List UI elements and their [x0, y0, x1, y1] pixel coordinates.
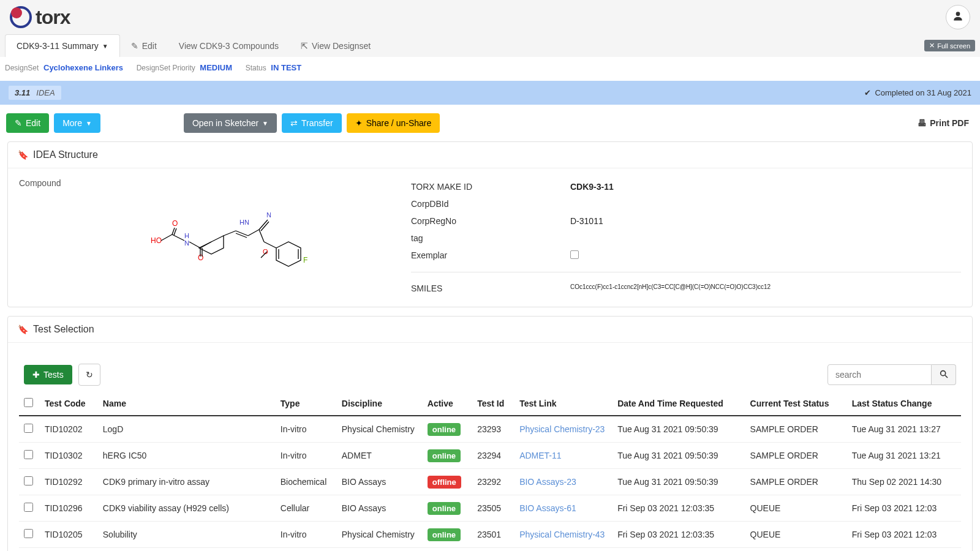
svg-text:O: O [198, 253, 203, 262]
test-link[interactable]: ADMET-11 [519, 451, 561, 460]
search-icon [939, 369, 949, 381]
logo-icon [10, 6, 32, 28]
refresh-button[interactable]: ↻ [78, 364, 100, 386]
smiles-value: COc1ccc(F)cc1-c1ccnc2[nH]c(C3=CC[C@H](C(… [570, 283, 771, 293]
tag-label: tag [411, 233, 570, 243]
transfer-icon: ⇄ [290, 118, 298, 128]
cell-test-code: TID10205 [40, 522, 98, 548]
user-icon [952, 10, 964, 25]
svg-text:HN: HN [239, 219, 249, 226]
cell-type: In-vitro [276, 522, 337, 548]
cell-status: QUEUE [745, 495, 847, 522]
cell-test-code: TID10302 [40, 443, 98, 469]
more-button[interactable]: More ▼ [54, 113, 100, 133]
tab-summary[interactable]: CDK9-3-11 Summary ▼ [5, 34, 120, 57]
pencil-icon: ✎ [15, 118, 22, 128]
row-checkbox[interactable] [24, 424, 33, 433]
svg-text:N: N [266, 211, 271, 219]
svg-text:O: O [263, 248, 268, 255]
test-link[interactable]: Physical Chemistry-23 [519, 424, 605, 434]
user-avatar[interactable] [946, 5, 970, 29]
exemplar-label: Exemplar [411, 250, 570, 261]
svg-text:N: N [184, 239, 189, 247]
torx-make-id-label: TORX MAKE ID [411, 182, 570, 192]
svg-text:H: H [184, 232, 189, 239]
tab-view-compounds[interactable]: View CDK9-3 Compounds [168, 35, 290, 57]
cell-type: Biochemical [276, 469, 337, 495]
col-name[interactable]: Name [98, 392, 276, 416]
edit-button[interactable]: ✎ Edit [6, 113, 49, 133]
svg-line-6 [172, 234, 184, 241]
add-tests-button[interactable]: ✚ Tests [24, 365, 72, 384]
row-checkbox[interactable] [24, 476, 33, 485]
corpregno-value: D-31011 [570, 216, 603, 226]
divider [411, 272, 961, 272]
cell-status: SAMPLE ORDER [745, 469, 847, 495]
cell-name: CDK9 primary in-vitro assay [98, 469, 276, 495]
svg-point-0 [956, 12, 960, 16]
col-status[interactable]: Current Test Status [745, 392, 847, 416]
select-all-checkbox[interactable] [24, 398, 33, 407]
status-label: Status [246, 64, 266, 72]
test-link[interactable]: BIO Assays-23 [519, 477, 576, 487]
idea-label: IDEA [36, 88, 55, 97]
expand-icon: ✕ [929, 42, 935, 50]
cell-requested: Tue Aug 31 2021 09:50:39 [612, 416, 745, 443]
row-checkbox[interactable] [24, 450, 33, 459]
col-discipline[interactable]: Discipline [337, 392, 423, 416]
svg-line-17 [236, 233, 247, 238]
col-testid[interactable]: Test Id [472, 392, 514, 416]
designset-link[interactable]: Cyclohexene Linkers [43, 63, 123, 72]
col-lastchange[interactable]: Last Status Change [847, 392, 961, 416]
completed-status: ✔ Completed on 31 Aug 2021 [864, 88, 971, 97]
bookmark-icon: 🔖 [18, 324, 28, 334]
col-type[interactable]: Type [276, 392, 337, 416]
col-active[interactable]: Active [423, 392, 472, 416]
idea-chip[interactable]: 3.11 IDEA [9, 86, 61, 100]
app-logo[interactable]: torx [10, 6, 70, 29]
tab-view-designset[interactable]: ⇱ View Designset [290, 35, 382, 57]
tests-table: Test Code Name Type Discipline Active Te… [19, 392, 961, 548]
test-link[interactable]: Physical Chemistry-43 [519, 530, 605, 539]
molecule-structure: HO O H N O [141, 206, 325, 292]
cell-requested: Tue Aug 31 2021 09:50:39 [612, 443, 745, 469]
search-button[interactable] [932, 364, 956, 385]
svg-marker-25 [276, 242, 301, 266]
bookmark-icon: 🔖 [18, 150, 28, 160]
exemplar-checkbox[interactable] [570, 250, 579, 259]
row-checkbox[interactable] [24, 529, 33, 538]
cell-name: hERG IC50 [98, 443, 276, 469]
print-pdf-button[interactable]: 🖶 Print PDF [918, 118, 974, 128]
cell-lastchange: Tue Aug 31 2021 13:27 [847, 416, 961, 443]
svg-line-2 [161, 234, 172, 241]
tab-edit[interactable]: ✎ Edit [120, 35, 168, 57]
share-button[interactable]: ✦ Share / un-Share [347, 113, 440, 133]
print-icon: 🖶 [918, 118, 926, 128]
cell-discipline: Physical Chemistry [337, 522, 423, 548]
cell-type: In-vitro [276, 443, 337, 469]
svg-line-15 [224, 231, 236, 236]
row-checkbox[interactable] [24, 503, 33, 512]
table-row: TID10202LogDIn-vitroPhysical Chemistryon… [19, 416, 961, 443]
tests-panel-header: 🔖 Test Selection [8, 317, 972, 343]
caret-down-icon: ▼ [86, 120, 92, 127]
transfer-button[interactable]: ⇄ Transfer [282, 113, 342, 133]
external-icon: ⇱ [301, 41, 308, 51]
cell-discipline: ADMET [337, 443, 423, 469]
open-sketcher-button[interactable]: Open in Sketcher ▼ [184, 113, 277, 133]
cell-test-code: TID10202 [40, 416, 98, 443]
cell-status: SAMPLE ORDER [745, 443, 847, 469]
search-input[interactable] [827, 364, 932, 385]
structure-panel-header: 🔖 IDEA Structure [8, 142, 972, 168]
cell-testid: 23294 [472, 443, 514, 469]
col-requested[interactable]: Date And Time Requested [612, 392, 745, 416]
cell-testid: 23292 [472, 469, 514, 495]
col-testlink[interactable]: Test Link [514, 392, 612, 416]
test-link[interactable]: BIO Assays-61 [519, 503, 576, 513]
fullscreen-button[interactable]: ✕ Full screen [924, 40, 975, 51]
cell-requested: Tue Aug 31 2021 09:50:39 [612, 469, 745, 495]
cell-testid: 23293 [472, 416, 514, 443]
compound-label: Compound [19, 178, 386, 188]
table-row: TID10292CDK9 primary in-vitro assayBioch… [19, 469, 961, 495]
col-test-code[interactable]: Test Code [40, 392, 98, 416]
